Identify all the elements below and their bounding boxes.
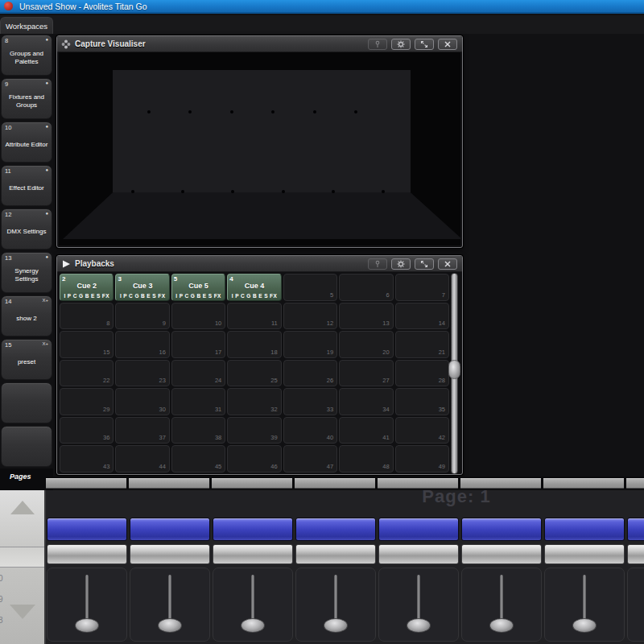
playback-cell[interactable]: 29 <box>60 388 114 415</box>
workspace-button-show-2[interactable]: 14X+show 2 <box>1 295 52 336</box>
fader-knob[interactable] <box>241 618 265 633</box>
playback-select-button[interactable] <box>295 518 376 541</box>
playback-cell[interactable]: 46 <box>227 445 281 473</box>
playback-flash-button[interactable] <box>378 544 459 564</box>
playback-cell[interactable]: 31 <box>171 388 225 415</box>
settings-button[interactable] <box>391 39 411 50</box>
workspace-button-empty[interactable] <box>1 382 52 423</box>
page-roller-segment[interactable] <box>460 478 541 489</box>
playback-cell[interactable]: 23 <box>115 360 169 387</box>
playback-cell[interactable]: 41 <box>339 417 393 444</box>
playback-cell[interactable]: 43 <box>60 445 114 473</box>
cue-button[interactable]: 4Cue 4I P C G B E S FX <box>227 274 281 301</box>
playback-cell[interactable]: 30 <box>115 388 169 415</box>
playback-cell[interactable]: 39 <box>227 417 281 444</box>
workspace-button-synergy-settings[interactable]: 13●Synergy Settings <box>1 252 52 293</box>
playback-select-button[interactable] <box>47 518 127 541</box>
workspace-button-preset[interactable]: 15X+preset <box>1 339 52 380</box>
playback-cell[interactable]: 48 <box>339 445 393 473</box>
playback-cell[interactable]: 35 <box>395 388 449 415</box>
workspace-button-fixtures-and-groups[interactable]: 9●Fixtures and Groups <box>1 78 52 119</box>
playback-flash-button[interactable] <box>130 544 210 564</box>
playbacks-scrollbar[interactable] <box>451 273 458 474</box>
page-roller-segment[interactable] <box>212 478 292 489</box>
playback-cell[interactable]: 33 <box>283 388 337 415</box>
playback-cell[interactable]: 47 <box>283 445 337 473</box>
playback-cell[interactable]: 28 <box>395 360 449 387</box>
close-app-icon[interactable] <box>4 2 13 10</box>
playback-flash-button[interactable] <box>213 544 293 564</box>
playback-cell[interactable]: 20 <box>339 331 393 358</box>
fader-knob[interactable] <box>407 618 431 633</box>
cue-button[interactable]: 2Cue 2I P C G B E S FX <box>60 274 114 301</box>
close-icon[interactable] <box>438 258 457 270</box>
settings-button[interactable] <box>391 258 411 270</box>
playback-cell[interactable]: 36 <box>60 417 114 444</box>
playback-cell[interactable]: 19 <box>283 331 337 358</box>
playback-select-button[interactable] <box>378 518 459 541</box>
playback-cell[interactable]: 27 <box>339 360 393 387</box>
playback-cell[interactable]: 14 <box>395 303 449 330</box>
visualiser-stage[interactable] <box>59 52 460 246</box>
page-up-icon[interactable] <box>10 501 35 514</box>
playback-cell[interactable]: 18 <box>227 331 281 358</box>
playback-cell[interactable]: 24 <box>171 360 225 387</box>
playback-cell[interactable]: 45 <box>171 445 225 473</box>
playbacks-titlebar[interactable]: Playbacks <box>57 256 462 272</box>
playback-select-button[interactable] <box>627 518 644 541</box>
resize-button[interactable] <box>415 258 434 270</box>
playback-cell[interactable]: 38 <box>171 417 225 444</box>
page-roller-segment[interactable] <box>543 478 624 489</box>
pin-button[interactable] <box>368 39 387 50</box>
playback-cell[interactable]: 17 <box>171 331 225 358</box>
playback-cell[interactable]: 37 <box>115 417 169 444</box>
page-roller-segment[interactable] <box>129 478 209 489</box>
playback-select-button[interactable] <box>461 518 542 541</box>
playback-select-button[interactable] <box>213 518 293 541</box>
fader-knob[interactable] <box>489 618 514 633</box>
playback-flash-button[interactable] <box>627 544 644 564</box>
playback-cell[interactable]: 49 <box>395 445 449 473</box>
playback-select-button[interactable] <box>544 518 625 541</box>
playback-cell[interactable]: 11 <box>227 303 281 330</box>
pin-button[interactable] <box>368 258 387 270</box>
playback-flash-button[interactable] <box>295 544 376 564</box>
fader-knob[interactable] <box>572 618 597 633</box>
playback-cell[interactable]: 10 <box>171 303 225 330</box>
scrollbar-thumb[interactable] <box>448 360 460 379</box>
playback-cell[interactable]: 13 <box>339 303 393 330</box>
playback-cell[interactable]: 22 <box>60 360 114 387</box>
fader-knob[interactable] <box>75 618 99 633</box>
fader-knob[interactable] <box>158 618 182 633</box>
playback-cell[interactable]: 40 <box>283 417 337 444</box>
cue-button[interactable]: 3Cue 3I P C G B E S FX <box>115 274 169 301</box>
workspace-button-effect-editor[interactable]: 11●Effect Editor <box>1 165 52 206</box>
playback-flash-button[interactable] <box>47 544 127 564</box>
page-roller-segment[interactable] <box>378 478 458 489</box>
playback-cell[interactable]: 7 <box>395 274 449 301</box>
workspace-button-dmx-settings[interactable]: 12●DMX Settings <box>1 208 52 250</box>
workspace-button-groups-and-palettes[interactable]: 8●Groups and Palettes <box>1 35 52 76</box>
close-icon[interactable] <box>438 39 457 50</box>
fader-knob[interactable] <box>324 618 348 633</box>
page-roller-segment[interactable] <box>46 478 126 489</box>
playback-cell[interactable]: 12 <box>283 303 337 330</box>
resize-button[interactable] <box>415 39 434 50</box>
playback-cell[interactable]: 16 <box>115 331 169 358</box>
playback-cell[interactable]: 25 <box>227 360 281 387</box>
playback-cell[interactable]: 26 <box>283 360 337 387</box>
playback-cell[interactable]: 44 <box>115 445 169 473</box>
cue-button[interactable]: 5Cue 5I P C G B E S FX <box>171 274 225 301</box>
playback-cell[interactable]: 5 <box>283 274 337 301</box>
playback-cell[interactable]: 9 <box>115 303 169 330</box>
workspace-button-attribute-editor[interactable]: 10●Attribute Editor <box>1 122 52 163</box>
playback-cell[interactable]: 21 <box>395 331 449 358</box>
playback-flash-button[interactable] <box>461 544 542 564</box>
visualiser-titlebar[interactable]: Capture Visualiser <box>57 36 462 52</box>
playback-cell[interactable]: 8 <box>60 303 114 330</box>
workspace-button-empty[interactable] <box>1 426 52 467</box>
page-down-icon[interactable] <box>10 605 35 619</box>
playback-select-button[interactable] <box>130 518 210 541</box>
tab-workspaces[interactable]: Workspaces <box>0 17 53 34</box>
page-roller-segment[interactable] <box>626 478 644 489</box>
